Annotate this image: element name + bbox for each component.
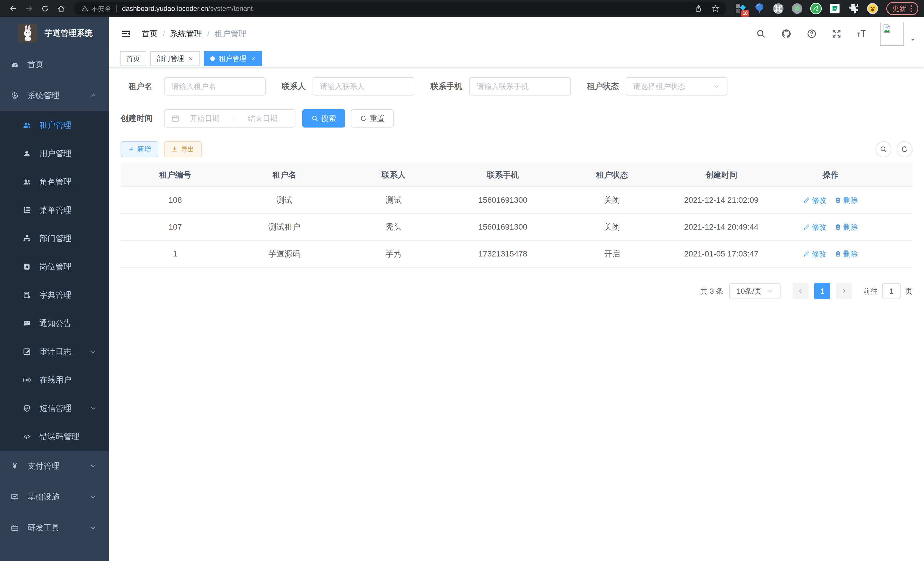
sidebar-item-研发工具[interactable]: 研发工具 (0, 512, 109, 543)
sidebar-item-短信管理[interactable]: 短信管理 (0, 394, 109, 422)
ext-emoji-button[interactable] (866, 2, 879, 15)
cell-status: 开启 (557, 248, 667, 259)
avatar-caret-icon[interactable] (910, 37, 916, 43)
help-icon[interactable] (807, 29, 817, 39)
ext-emoji-icon (866, 2, 879, 15)
ext-puzzle-button[interactable] (848, 2, 860, 15)
ext-chat-button[interactable] (829, 2, 841, 15)
cell-contact: 芋艿 (339, 248, 448, 259)
ext-kite-icon (753, 2, 766, 15)
sidebar-item-部门管理[interactable]: 部门管理 (0, 224, 109, 253)
tab-部门管理[interactable]: 部门管理 (150, 51, 200, 66)
font-size-icon[interactable] (856, 29, 866, 39)
prev-page-button[interactable] (793, 283, 808, 299)
sidebar-item-通知公告[interactable]: 通知公告 (0, 309, 109, 337)
cell-actions: 修改删除 (776, 195, 885, 205)
sidebar-item-label: 通知公告 (39, 318, 71, 329)
avatar[interactable] (880, 22, 904, 46)
close-icon[interactable] (188, 56, 194, 62)
ext-tabs-button[interactable]: 10 (734, 2, 747, 15)
sidebar-item-首页[interactable]: 首页 (0, 49, 109, 80)
header-search-icon[interactable] (756, 29, 766, 39)
browser-home-button[interactable] (54, 1, 69, 16)
delete-button[interactable]: 删除 (835, 195, 858, 205)
search-button[interactable]: 搜索 (302, 109, 345, 128)
export-button[interactable]: 导出 (164, 141, 202, 157)
ext-recorder-button[interactable] (791, 2, 803, 15)
edit-icon (803, 250, 810, 257)
page-size-select[interactable]: 10条/页 (729, 283, 781, 299)
breadcrumb-item[interactable]: 系统管理 (170, 28, 202, 39)
table-search-button[interactable] (875, 141, 891, 157)
ext-kite-button[interactable] (753, 2, 766, 15)
sidebar-item-在线用户[interactable]: 在线用户 (0, 366, 109, 394)
chevron-down-icon (90, 348, 97, 355)
sidebar-item-角色管理[interactable]: 角色管理 (0, 168, 109, 196)
next-page-button[interactable] (836, 283, 852, 299)
download-icon (171, 146, 178, 152)
filter-input[interactable]: 请输入联系人 (313, 77, 414, 96)
filter-input[interactable]: 请输入租户名 (164, 77, 266, 96)
code-icon (23, 433, 31, 441)
chevron-down-icon (766, 288, 773, 295)
sidebar: 芋道管理系统 首页系统管理租户管理用户管理角色管理菜单管理部门管理岗位管理字典管… (0, 17, 109, 561)
date-range-input[interactable]: 开始日期 - 结束日期 (164, 109, 296, 128)
sidebar-item-租户管理[interactable]: 租户管理 (0, 111, 109, 139)
browser-menu-icon[interactable] (910, 5, 912, 12)
tab-租户管理[interactable]: 租户管理 (204, 51, 262, 66)
refresh-icon (360, 115, 367, 122)
ext-yuque-button[interactable] (810, 2, 822, 15)
edit-button[interactable]: 修改 (803, 222, 826, 232)
edit-button[interactable]: 修改 (803, 195, 826, 205)
fullscreen-icon[interactable] (832, 29, 841, 38)
sidebar-item-支付管理[interactable]: 支付管理 (0, 451, 109, 481)
sidebar-item-基础设施[interactable]: 基础设施 (0, 481, 109, 512)
address-bar[interactable]: 不安全 dashboard.yudao.iocoder.cn/system/te… (74, 2, 726, 15)
add-button[interactable]: 新增 (121, 141, 158, 157)
edit-button[interactable]: 修改 (803, 249, 826, 259)
close-icon[interactable] (250, 56, 256, 62)
plus-icon (128, 146, 134, 152)
sidebar-item-label: 字典管理 (39, 290, 71, 301)
filter-item-联系人: 联系人请输入联系人 (282, 77, 414, 96)
edit-icon (803, 197, 810, 204)
sidebar-item-错误码管理[interactable]: 错误码管理 (0, 422, 109, 451)
sidebar-item-岗位管理[interactable]: 岗位管理 (0, 253, 109, 281)
ext-command-button[interactable] (772, 2, 784, 15)
column-header-创建时间: 创建时间 (667, 170, 776, 180)
cell-id: 1 (121, 249, 230, 259)
browser-reload-button[interactable] (38, 1, 52, 16)
toolbox-icon (11, 524, 19, 532)
sidebar-item-审计日志[interactable]: 审计日志 (0, 337, 109, 366)
breadcrumb-separator: / (207, 29, 209, 38)
page-number-1[interactable]: 1 (814, 283, 830, 299)
sidebar-item-字典管理[interactable]: 字典管理 (0, 281, 109, 309)
share-icon[interactable] (694, 5, 702, 13)
table-refresh-button[interactable] (897, 141, 913, 157)
sidebar-item-菜单管理[interactable]: 菜单管理 (0, 196, 109, 224)
sidebar-item-label: 研发工具 (27, 522, 59, 533)
browser-forward-button[interactable] (22, 1, 37, 16)
search-icon (880, 146, 887, 153)
status-select[interactable]: 请选择租户状态 (626, 77, 728, 96)
delete-button[interactable]: 删除 (835, 249, 858, 259)
github-icon[interactable] (781, 29, 791, 39)
hamburger-icon[interactable] (114, 17, 138, 50)
cell-contact: 测试 (339, 195, 448, 206)
bookmark-star-icon[interactable] (711, 5, 719, 13)
sidebar-item-用户管理[interactable]: 用户管理 (0, 139, 109, 168)
sidebar-logo[interactable]: 芋道管理系统 (0, 17, 109, 49)
goto-page-input[interactable]: 1 (882, 283, 901, 299)
breadcrumb-item[interactable]: 首页 (142, 28, 158, 39)
chevron-down-icon (90, 348, 97, 355)
filter-input[interactable]: 请输入联系手机 (469, 77, 571, 96)
app-title: 芋道管理系统 (45, 28, 93, 39)
delete-button[interactable]: 删除 (835, 222, 858, 232)
sidebar-item-系统管理[interactable]: 系统管理 (0, 80, 109, 111)
browser-update-button[interactable]: 更新 (886, 2, 918, 15)
reset-button[interactable]: 重置 (351, 109, 394, 128)
tab-首页[interactable]: 首页 (120, 51, 146, 66)
chevron-up-icon (90, 92, 97, 99)
filter-row: 租户名请输入租户名联系人请输入联系人联系手机请输入联系手机租户状态请选择租户状态 (121, 77, 913, 96)
browser-back-button[interactable] (6, 1, 21, 16)
